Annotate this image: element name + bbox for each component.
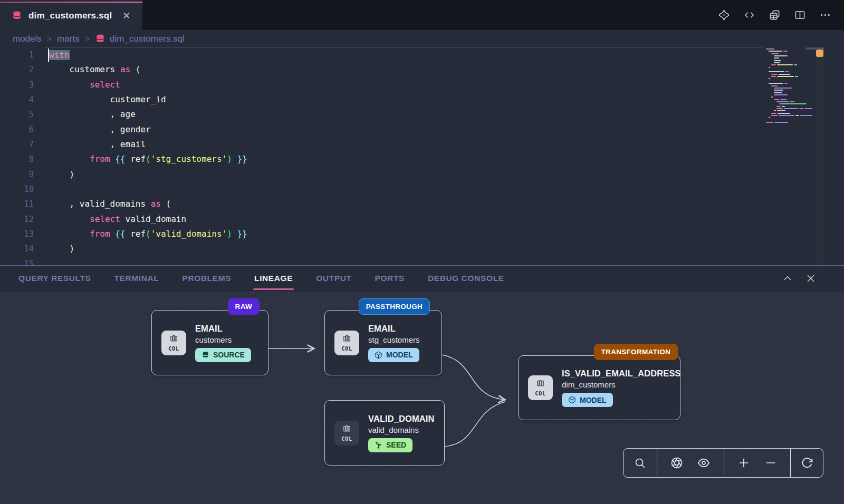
line-number: 10 bbox=[0, 182, 34, 197]
node-type-badge-model[interactable]: MODEL bbox=[562, 393, 613, 407]
node-subtitle: dim_customers bbox=[562, 380, 672, 389]
minimap-row bbox=[766, 85, 813, 86]
minimap-segment bbox=[771, 64, 776, 65]
code-token bbox=[110, 229, 116, 239]
code-line[interactable] bbox=[45, 182, 763, 197]
node-title: EMAIL bbox=[368, 324, 420, 334]
code-token: ( bbox=[130, 64, 140, 74]
overview-ruler[interactable] bbox=[816, 47, 824, 265]
line-number-gutter: 123456789101112131415 bbox=[0, 47, 34, 272]
refresh-icon[interactable] bbox=[800, 456, 814, 470]
minimap-segment bbox=[785, 71, 789, 72]
minimap-row bbox=[766, 83, 813, 84]
code-line[interactable]: from {{ ref('stg_customers') }} bbox=[45, 152, 763, 167]
minimap-segment bbox=[782, 106, 785, 107]
tab-close-icon[interactable]: ✕ bbox=[122, 11, 130, 21]
breadcrumb-file[interactable]: dim_customers.sql bbox=[95, 34, 185, 44]
line-number: 3 bbox=[0, 77, 34, 92]
split-editor-icon[interactable] bbox=[793, 9, 806, 22]
minimap-segment bbox=[795, 115, 799, 116]
minimap-segment bbox=[774, 88, 792, 89]
code-line[interactable]: ) bbox=[45, 167, 763, 182]
code-area[interactable]: with customers as ( select customer_id ,… bbox=[45, 47, 763, 272]
code-line[interactable]: ) bbox=[45, 241, 763, 256]
lineage-canvas[interactable]: RAWCOLEMAILcustomersSOURCEPASSTHROUGHCOL… bbox=[0, 292, 844, 504]
close-icon[interactable] bbox=[805, 273, 817, 284]
minimap-segment bbox=[769, 117, 770, 118]
chevron-up-icon[interactable] bbox=[782, 273, 793, 284]
minimap-segment bbox=[769, 83, 783, 84]
minimap-segment bbox=[794, 64, 797, 65]
minimap-segment bbox=[784, 83, 788, 84]
panel-header: QUERY RESULTSTERMINALPROBLEMSLINEAGEOUTP… bbox=[0, 266, 844, 290]
minimap-segment bbox=[769, 78, 770, 79]
lineage-node-dim_customers[interactable]: TRANSFORMATIONCOLIS_VALID_EMAIL_ADDRESSd… bbox=[518, 355, 680, 420]
code-line[interactable]: customer_id bbox=[45, 92, 763, 107]
more-icon[interactable] bbox=[819, 9, 831, 22]
panel-tab-lineage[interactable]: LINEAGE bbox=[253, 267, 294, 289]
node-type-badge-source[interactable]: SOURCE bbox=[195, 348, 251, 362]
line-number: 1 bbox=[0, 47, 34, 62]
code-line[interactable]: with bbox=[45, 47, 763, 62]
panel-tab-problems[interactable]: PROBLEMS bbox=[181, 267, 232, 289]
breadcrumb-segment[interactable]: models bbox=[13, 34, 42, 44]
node-type-badge-model[interactable]: MODEL bbox=[368, 348, 419, 362]
panel-tab-terminal[interactable]: TERMINAL bbox=[113, 267, 160, 289]
node-text: EMAILstg_customersMODEL bbox=[368, 324, 420, 362]
panel-tab-output[interactable]: OUTPUT bbox=[315, 267, 352, 289]
node-type-badge-seed[interactable]: SEED bbox=[368, 438, 413, 452]
minimap-segment bbox=[771, 113, 776, 114]
minimap-segment bbox=[774, 94, 788, 95]
code-token: with bbox=[49, 50, 70, 60]
panel-tab-ports[interactable]: PORTS bbox=[374, 267, 406, 289]
code-line[interactable]: , email bbox=[45, 137, 763, 152]
search-icon[interactable] bbox=[633, 456, 647, 470]
column-chip: COL bbox=[334, 421, 359, 445]
code-icon[interactable] bbox=[743, 9, 755, 22]
minimap-segment bbox=[777, 64, 793, 65]
line-number: 13 bbox=[0, 227, 34, 241]
minimap-segment bbox=[774, 122, 788, 123]
aperture-icon[interactable] bbox=[670, 456, 684, 470]
column-chip: COL bbox=[528, 375, 553, 400]
code-token bbox=[146, 199, 151, 209]
code-line[interactable]: , gender bbox=[45, 122, 763, 137]
node-tag-passthrough: PASSTHROUGH bbox=[359, 298, 430, 315]
zoom-out-icon[interactable] bbox=[764, 456, 778, 470]
zoom-in-icon[interactable] bbox=[737, 456, 751, 470]
code-editor[interactable]: 123456789101112131415 with customers as … bbox=[0, 47, 844, 265]
breadcrumb-separator: > bbox=[47, 34, 52, 44]
columns-icon bbox=[169, 334, 179, 345]
lineage-node-customers[interactable]: RAWCOLEMAILcustomersSOURCE bbox=[151, 310, 268, 375]
code-token: customer_id bbox=[49, 94, 166, 104]
minimap-segment bbox=[774, 62, 780, 63]
panel-tab-query-results[interactable]: QUERY RESULTS bbox=[17, 267, 92, 289]
lineage-node-valid_domains[interactable]: COLVALID_DOMAINvalid_domainsSEED bbox=[324, 400, 445, 466]
lineage-node-stg_customers[interactable]: PASSTHROUGHCOLEMAILstg_customersMODEL bbox=[324, 310, 442, 375]
column-chip-label: COL bbox=[168, 345, 179, 352]
panel-tab-debug-console[interactable]: DEBUG CONSOLE bbox=[427, 267, 505, 289]
code-line[interactable]: select valid_domain bbox=[45, 212, 763, 227]
code-line[interactable]: from {{ ref('valid_domains') }} bbox=[45, 227, 763, 241]
code-line[interactable]: , valid_domains as ( bbox=[45, 197, 763, 211]
code-line[interactable]: customers as ( bbox=[45, 62, 763, 77]
minimap-segment bbox=[774, 92, 782, 93]
node-text: EMAILcustomersSOURCE bbox=[195, 324, 251, 362]
dbt-logo-icon[interactable] bbox=[717, 9, 730, 22]
minimap-row bbox=[766, 103, 813, 104]
code-line[interactable]: , age bbox=[45, 107, 763, 122]
breadcrumb: models>marts>dim_customers.sql bbox=[0, 30, 844, 47]
minimap-row bbox=[766, 92, 813, 93]
editor-tab-dim-customers[interactable]: dim_customers.sql ✕ bbox=[0, 0, 142, 30]
minimap-segment bbox=[774, 110, 776, 111]
minimap[interactable] bbox=[766, 49, 813, 124]
line-number: 12 bbox=[0, 212, 34, 227]
column-chip-label: COL bbox=[341, 435, 352, 442]
eye-icon[interactable] bbox=[697, 456, 711, 470]
minimap-row bbox=[766, 81, 813, 82]
duplicate-table-icon[interactable] bbox=[768, 9, 781, 22]
code-line[interactable]: select bbox=[45, 77, 763, 92]
code-token: {{ bbox=[115, 229, 125, 239]
breadcrumb-segment[interactable]: marts bbox=[57, 34, 80, 44]
minimap-row bbox=[766, 51, 813, 52]
